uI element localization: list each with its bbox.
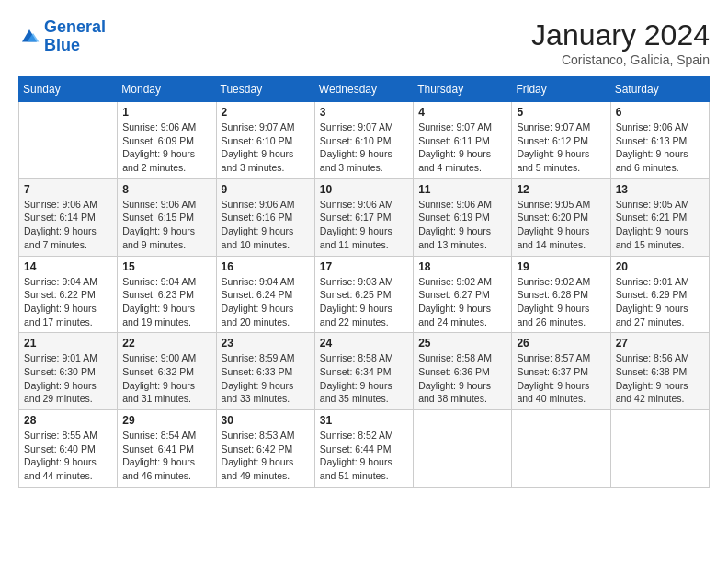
calendar-cell: 29Sunrise: 8:54 AMSunset: 6:41 PMDayligh… [118, 410, 216, 488]
calendar-cell: 14Sunrise: 9:04 AMSunset: 6:22 PMDayligh… [19, 256, 118, 333]
day-number: 1 [122, 106, 210, 119]
day-number: 28 [24, 414, 112, 427]
calendar-cell: 26Sunrise: 8:57 AMSunset: 6:37 PMDayligh… [512, 333, 610, 410]
day-info: Sunrise: 8:57 AMSunset: 6:37 PMDaylight:… [517, 351, 605, 406]
page-header: General Blue January 2024 Coristanco, Ga… [18, 18, 710, 67]
logo-line1: General [44, 17, 106, 36]
day-number: 2 [222, 106, 310, 119]
day-number: 27 [616, 337, 704, 350]
calendar-cell: 5Sunrise: 9:07 AMSunset: 6:12 PMDaylight… [512, 102, 610, 179]
day-number: 16 [222, 260, 310, 273]
month-title: January 2024 [531, 18, 710, 52]
location: Coristanco, Galicia, Spain [531, 52, 710, 67]
calendar-cell: 11Sunrise: 9:06 AMSunset: 6:19 PMDayligh… [414, 178, 512, 256]
calendar-week-row: 28Sunrise: 8:55 AMSunset: 6:40 PMDayligh… [19, 410, 710, 488]
calendar-cell: 20Sunrise: 9:01 AMSunset: 6:29 PMDayligh… [610, 256, 709, 333]
day-info: Sunrise: 9:06 AMSunset: 6:14 PMDaylight:… [24, 198, 112, 252]
weekday-header: Saturday [610, 77, 709, 102]
day-info: Sunrise: 9:05 AMSunset: 6:21 PMDaylight:… [616, 198, 704, 252]
calendar-week-row: 21Sunrise: 9:01 AMSunset: 6:30 PMDayligh… [19, 333, 710, 410]
day-number: 13 [616, 183, 704, 196]
day-info: Sunrise: 9:07 AMSunset: 6:11 PMDaylight:… [418, 121, 506, 175]
day-info: Sunrise: 9:06 AMSunset: 6:15 PMDaylight:… [122, 198, 210, 252]
day-info: Sunrise: 9:06 AMSunset: 6:13 PMDaylight:… [616, 121, 704, 175]
day-number: 14 [24, 260, 112, 273]
day-info: Sunrise: 9:03 AMSunset: 6:25 PMDaylight:… [320, 275, 408, 329]
calendar-cell: 3Sunrise: 9:07 AMSunset: 6:10 PMDaylight… [314, 102, 413, 179]
calendar-cell: 8Sunrise: 9:06 AMSunset: 6:15 PMDaylight… [118, 178, 216, 256]
calendar-cell [610, 410, 709, 488]
calendar-cell: 22Sunrise: 9:00 AMSunset: 6:32 PMDayligh… [118, 333, 216, 410]
weekday-header: Thursday [414, 77, 512, 102]
day-number: 6 [616, 106, 704, 119]
day-number: 19 [517, 260, 605, 273]
day-info: Sunrise: 9:04 AMSunset: 6:22 PMDaylight:… [24, 275, 112, 329]
logo-line2: Blue [44, 36, 80, 54]
weekday-header: Sunday [19, 77, 118, 102]
day-info: Sunrise: 9:06 AMSunset: 6:16 PMDaylight:… [222, 198, 310, 252]
day-number: 21 [24, 337, 112, 350]
calendar-cell: 19Sunrise: 9:02 AMSunset: 6:28 PMDayligh… [512, 256, 610, 333]
day-info: Sunrise: 9:04 AMSunset: 6:24 PMDaylight:… [222, 275, 310, 329]
day-number: 31 [320, 414, 408, 427]
calendar-table: SundayMondayTuesdayWednesdayThursdayFrid… [18, 76, 710, 488]
calendar-cell: 25Sunrise: 8:58 AMSunset: 6:36 PMDayligh… [414, 333, 512, 410]
calendar-cell: 1Sunrise: 9:06 AMSunset: 6:09 PMDaylight… [118, 102, 216, 179]
day-number: 8 [122, 183, 210, 196]
day-info: Sunrise: 8:59 AMSunset: 6:33 PMDaylight:… [222, 351, 310, 406]
calendar-cell: 18Sunrise: 9:02 AMSunset: 6:27 PMDayligh… [414, 256, 512, 333]
calendar-cell: 15Sunrise: 9:04 AMSunset: 6:23 PMDayligh… [118, 256, 216, 333]
day-number: 22 [122, 337, 210, 350]
calendar-cell: 4Sunrise: 9:07 AMSunset: 6:11 PMDaylight… [414, 102, 512, 179]
day-number: 3 [320, 106, 408, 119]
weekday-header: Friday [512, 77, 610, 102]
day-info: Sunrise: 8:52 AMSunset: 6:44 PMDaylight:… [320, 429, 408, 483]
day-number: 5 [517, 106, 605, 119]
calendar-cell: 24Sunrise: 8:58 AMSunset: 6:34 PMDayligh… [314, 333, 413, 410]
calendar-header-row: SundayMondayTuesdayWednesdayThursdayFrid… [19, 77, 710, 102]
calendar-cell: 30Sunrise: 8:53 AMSunset: 6:42 PMDayligh… [216, 410, 314, 488]
day-number: 24 [320, 337, 408, 350]
day-number: 23 [222, 337, 310, 350]
day-number: 17 [320, 260, 408, 273]
day-info: Sunrise: 9:06 AMSunset: 6:17 PMDaylight:… [320, 198, 408, 252]
day-number: 20 [616, 260, 704, 273]
weekday-header: Tuesday [216, 77, 314, 102]
day-number: 18 [418, 260, 506, 273]
weekday-header: Wednesday [314, 77, 413, 102]
calendar-cell: 21Sunrise: 9:01 AMSunset: 6:30 PMDayligh… [19, 333, 118, 410]
calendar-cell: 12Sunrise: 9:05 AMSunset: 6:20 PMDayligh… [512, 178, 610, 256]
day-info: Sunrise: 8:56 AMSunset: 6:38 PMDaylight:… [616, 351, 704, 406]
calendar-cell: 13Sunrise: 9:05 AMSunset: 6:21 PMDayligh… [610, 178, 709, 256]
day-info: Sunrise: 9:06 AMSunset: 6:19 PMDaylight:… [418, 198, 506, 252]
day-info: Sunrise: 8:55 AMSunset: 6:40 PMDaylight:… [24, 429, 112, 483]
logo-icon [18, 26, 40, 48]
day-info: Sunrise: 9:06 AMSunset: 6:09 PMDaylight:… [122, 121, 210, 175]
day-info: Sunrise: 9:02 AMSunset: 6:28 PMDaylight:… [517, 275, 605, 329]
day-number: 29 [122, 414, 210, 427]
day-info: Sunrise: 9:07 AMSunset: 6:10 PMDaylight:… [222, 121, 310, 175]
calendar-cell: 2Sunrise: 9:07 AMSunset: 6:10 PMDaylight… [216, 102, 314, 179]
day-number: 7 [24, 183, 112, 196]
calendar-week-row: 1Sunrise: 9:06 AMSunset: 6:09 PMDaylight… [19, 102, 710, 179]
day-info: Sunrise: 9:00 AMSunset: 6:32 PMDaylight:… [122, 351, 210, 406]
calendar-week-row: 14Sunrise: 9:04 AMSunset: 6:22 PMDayligh… [19, 256, 710, 333]
calendar-cell [414, 410, 512, 488]
day-info: Sunrise: 8:53 AMSunset: 6:42 PMDaylight:… [222, 429, 310, 483]
weekday-header: Monday [118, 77, 216, 102]
day-info: Sunrise: 9:01 AMSunset: 6:30 PMDaylight:… [24, 351, 112, 406]
calendar-cell: 9Sunrise: 9:06 AMSunset: 6:16 PMDaylight… [216, 178, 314, 256]
day-number: 26 [517, 337, 605, 350]
day-number: 15 [122, 260, 210, 273]
day-number: 4 [418, 106, 506, 119]
day-number: 30 [222, 414, 310, 427]
calendar-cell: 31Sunrise: 8:52 AMSunset: 6:44 PMDayligh… [314, 410, 413, 488]
day-info: Sunrise: 9:07 AMSunset: 6:10 PMDaylight:… [320, 121, 408, 175]
day-info: Sunrise: 8:54 AMSunset: 6:41 PMDaylight:… [122, 429, 210, 483]
calendar-cell: 7Sunrise: 9:06 AMSunset: 6:14 PMDaylight… [19, 178, 118, 256]
calendar-cell: 16Sunrise: 9:04 AMSunset: 6:24 PMDayligh… [216, 256, 314, 333]
calendar-cell: 23Sunrise: 8:59 AMSunset: 6:33 PMDayligh… [216, 333, 314, 410]
calendar-cell [19, 102, 118, 179]
day-number: 9 [222, 183, 310, 196]
title-block: January 2024 Coristanco, Galicia, Spain [531, 18, 710, 67]
